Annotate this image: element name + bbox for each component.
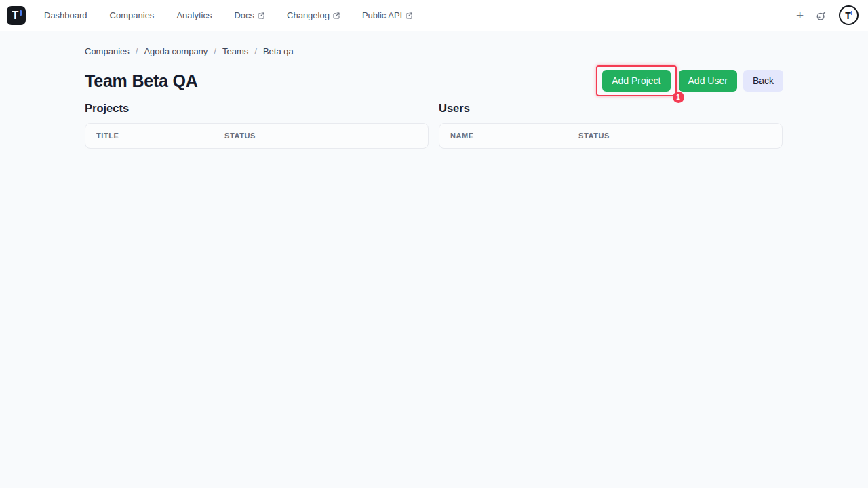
breadcrumb-teams[interactable]: Teams xyxy=(222,46,248,56)
projects-section: Projects TITLE STATUS xyxy=(85,102,429,149)
projects-heading: Projects xyxy=(85,102,429,115)
add-new-button[interactable]: + xyxy=(796,9,804,22)
main-content: Companies / Agoda company / Teams / Beta… xyxy=(85,31,783,149)
users-section: Users NAME STATUS xyxy=(439,102,783,149)
page-title: Team Beta QA xyxy=(85,71,198,91)
add-project-button[interactable]: Add Project xyxy=(602,70,670,92)
add-user-button[interactable]: Add User xyxy=(679,70,737,92)
account-avatar-letter: T xyxy=(845,11,851,20)
nav-dashboard[interactable]: Dashboard xyxy=(44,10,87,20)
nav-public-api-label: Public API xyxy=(362,10,402,20)
back-button[interactable]: Back xyxy=(743,70,783,92)
annotation-highlight-box: Add Project 1 xyxy=(596,65,676,96)
account-avatar[interactable]: T xyxy=(839,5,859,25)
users-table: NAME STATUS xyxy=(439,123,783,149)
nav-docs[interactable]: Docs xyxy=(234,10,264,20)
nav-analytics[interactable]: Analytics xyxy=(176,10,212,20)
breadcrumb-separator: / xyxy=(136,46,138,56)
external-link-icon xyxy=(258,12,264,19)
navbar-right-tools: + T xyxy=(796,5,859,25)
nav-companies[interactable]: Companies xyxy=(110,10,155,20)
content-columns: Projects TITLE STATUS Users NAME STATUS xyxy=(85,102,783,149)
app-logo-accent xyxy=(20,10,22,16)
breadcrumb-separator: / xyxy=(254,46,257,56)
users-heading: Users xyxy=(439,102,783,115)
breadcrumb-separator: / xyxy=(214,46,216,56)
breadcrumb-companies[interactable]: Companies xyxy=(85,46,130,56)
breadcrumb-beta-qa: Beta qa xyxy=(263,46,294,56)
support-icon[interactable] xyxy=(815,10,827,22)
nav-changelog-label: Changelog xyxy=(287,10,330,20)
annotation-step-badge: 1 xyxy=(673,92,684,103)
breadcrumb-agoda-company[interactable]: Agoda company xyxy=(144,46,208,56)
page-header: Team Beta QA Add Project 1 Add User Back xyxy=(85,65,783,96)
page-actions: Add Project 1 Add User Back xyxy=(596,65,783,96)
nav-public-api[interactable]: Public API xyxy=(362,10,412,20)
app-logo[interactable]: T xyxy=(7,6,26,25)
projects-column-status: STATUS xyxy=(224,132,417,140)
external-link-icon xyxy=(406,12,412,19)
users-column-name: NAME xyxy=(450,132,578,140)
account-avatar-accent xyxy=(851,11,853,15)
app-logo-letter: T xyxy=(12,10,19,21)
external-link-icon xyxy=(333,12,340,19)
projects-table: TITLE STATUS xyxy=(85,123,429,149)
main-nav: Dashboard Companies Analytics Docs Chang… xyxy=(44,10,412,20)
nav-docs-label: Docs xyxy=(234,10,254,20)
breadcrumb: Companies / Agoda company / Teams / Beta… xyxy=(85,46,783,56)
top-navbar: T Dashboard Companies Analytics Docs Cha… xyxy=(0,0,868,31)
users-column-status: STATUS xyxy=(578,132,771,140)
projects-column-title: TITLE xyxy=(96,132,224,140)
nav-changelog[interactable]: Changelog xyxy=(287,10,340,20)
